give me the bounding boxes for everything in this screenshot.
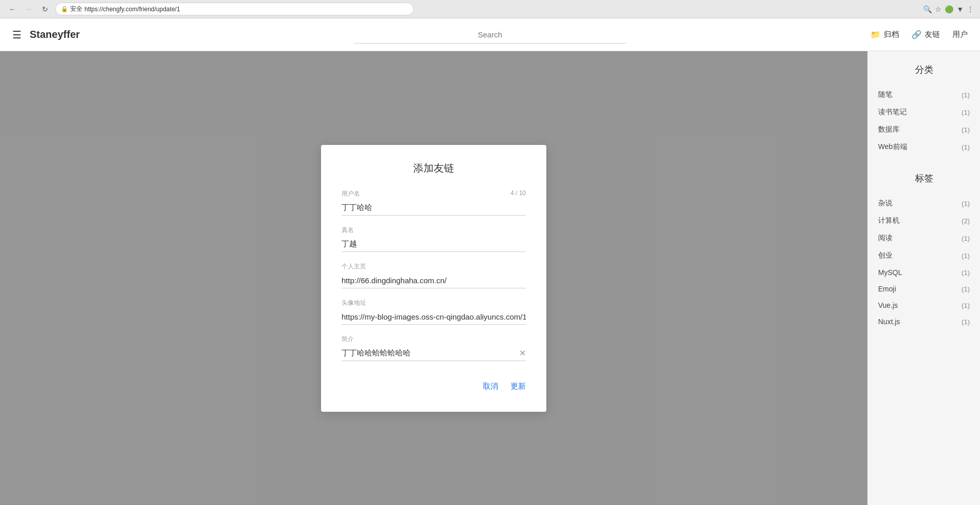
tag-name: Vue.js [878, 301, 898, 309]
category-item-suibi[interactable]: 随笔 (1) [876, 86, 972, 103]
back-button[interactable]: ← [6, 3, 18, 15]
tag-item-nuxtjs[interactable]: Nuxt.js (1) [876, 313, 972, 330]
category-item-dushubiji[interactable]: 读书笔记 (1) [876, 103, 972, 121]
tag-item-vuejs[interactable]: Vue.js (1) [876, 297, 972, 313]
bio-input[interactable] [342, 346, 526, 361]
main-layout: 添加友链 4 / 10 用户名 真名 个人主页 [0, 51, 980, 505]
tag-item-computer[interactable]: 计算机 (2) [876, 212, 972, 229]
dialog-title: 添加友链 [342, 161, 526, 175]
tags-list: 杂说 (1) 计算机 (2) 阅读 (1) 创业 (1) MySQL (1) E… [876, 195, 972, 330]
tag-item-reading[interactable]: 阅读 (1) [876, 229, 972, 247]
search-input[interactable] [354, 26, 626, 44]
username-label: 用户名 [342, 190, 526, 198]
avatar-label: 头像地址 [342, 299, 526, 307]
category-name: 读书笔记 [878, 108, 907, 117]
tag-count: (2) [962, 217, 970, 225]
realname-input[interactable] [342, 237, 526, 252]
hamburger-icon[interactable]: ☰ [12, 29, 22, 41]
browser-chrome: ← → ↻ 🔒 安全 https://chengfy.com/friend/up… [0, 0, 980, 18]
tag-count: (1) [962, 235, 970, 242]
category-name: 数据库 [878, 125, 900, 134]
tags-title: 标签 [876, 172, 972, 184]
homepage-label: 个人主页 [342, 262, 526, 271]
security-icon: 🔒 [61, 6, 68, 12]
category-count: (1) [962, 109, 970, 116]
username-field-group: 4 / 10 用户名 [342, 190, 526, 216]
categories-title: 分类 [876, 64, 972, 76]
header-nav: 📁 归档 🔗 友链 用户 [870, 30, 968, 39]
category-item-webfront[interactable]: Web前端 (1) [876, 138, 972, 156]
homepage-input[interactable] [342, 273, 526, 288]
cancel-button[interactable]: 取消 [483, 377, 498, 395]
category-count: (1) [962, 91, 970, 99]
archive-icon: 📁 [870, 30, 881, 39]
browser-actions: 🔍 ☆ 🟢 ▼ ⋮ [923, 5, 974, 13]
nav-friendlink-label: 友链 [925, 30, 940, 39]
tag-item-startup[interactable]: 创业 (1) [876, 247, 972, 264]
avatar-field-group: 头像地址 [342, 299, 526, 325]
tag-count: (1) [962, 252, 970, 260]
nav-user-label: 用户 [952, 30, 968, 39]
zoom-icon[interactable]: 🔍 [923, 5, 932, 13]
profile-icon[interactable]: 🟢 [945, 5, 953, 13]
nav-user[interactable]: 用户 [952, 30, 968, 39]
star-icon[interactable]: ☆ [935, 5, 942, 13]
sidebar: 分类 随笔 (1) 读书笔记 (1) 数据库 (1) Web前端 (1) 标签 … [867, 51, 980, 505]
username-input[interactable] [342, 200, 526, 216]
homepage-field-group: 个人主页 [342, 262, 526, 288]
tag-name: Emoji [878, 285, 896, 293]
bio-field-group: 简介 ✕ [342, 335, 526, 361]
category-name: 随笔 [878, 90, 892, 99]
category-item-database[interactable]: 数据库 (1) [876, 121, 972, 138]
tag-name: 杂说 [878, 199, 892, 208]
tag-count: (1) [962, 269, 970, 277]
tag-count: (1) [962, 285, 970, 293]
url-bar[interactable]: 🔒 安全 https://chengfy.com/friend/update/1 [55, 3, 414, 15]
bio-label: 简介 [342, 335, 526, 344]
site-logo: Staneyffer [30, 29, 80, 40]
security-label: 安全 [70, 5, 82, 13]
tag-name: 阅读 [878, 234, 892, 243]
nav-archive-label: 归档 [884, 30, 899, 39]
nav-archive[interactable]: 📁 归档 [870, 30, 899, 39]
bio-clear-button[interactable]: ✕ [519, 348, 526, 358]
content-area: 添加友链 4 / 10 用户名 真名 个人主页 [0, 51, 867, 505]
tag-count: (1) [962, 200, 970, 207]
dialog-actions: 取消 更新 [342, 377, 526, 395]
tag-name: 计算机 [878, 216, 900, 225]
realname-label: 真名 [342, 226, 526, 235]
tag-name: MySQL [878, 268, 902, 277]
add-friendlink-dialog: 添加友链 4 / 10 用户名 真名 个人主页 [321, 145, 546, 412]
tag-name: Nuxt.js [878, 318, 900, 326]
tag-item-zasuo[interactable]: 杂说 (1) [876, 195, 972, 212]
category-count: (1) [962, 126, 970, 134]
tag-item-mysql[interactable]: MySQL (1) [876, 264, 972, 281]
menu-icon[interactable]: ⋮ [967, 5, 974, 13]
update-button[interactable]: 更新 [510, 377, 526, 395]
nav-friendlink[interactable]: 🔗 友链 [911, 30, 940, 39]
forward-button[interactable]: → [23, 3, 35, 15]
extension-icon[interactable]: ▼ [956, 5, 964, 13]
category-count: (1) [962, 143, 970, 151]
realname-field-group: 真名 [342, 226, 526, 252]
app-header: ☰ Staneyffer 📁 归档 🔗 友链 用户 [0, 18, 980, 51]
char-count: 4 / 10 [510, 190, 526, 197]
tag-count: (1) [962, 318, 970, 326]
tag-item-emoji[interactable]: Emoji (1) [876, 281, 972, 297]
refresh-button[interactable]: ↻ [39, 3, 51, 15]
tag-name: 创业 [878, 251, 892, 260]
category-name: Web前端 [878, 142, 907, 152]
avatar-input[interactable] [342, 309, 526, 325]
categories-list: 随笔 (1) 读书笔记 (1) 数据库 (1) Web前端 (1) [876, 86, 972, 156]
link-icon: 🔗 [911, 30, 922, 39]
dialog-overlay: 添加友链 4 / 10 用户名 真名 个人主页 [0, 51, 867, 505]
browser-url: https://chengfy.com/friend/update/1 [84, 6, 180, 13]
tag-count: (1) [962, 302, 970, 309]
